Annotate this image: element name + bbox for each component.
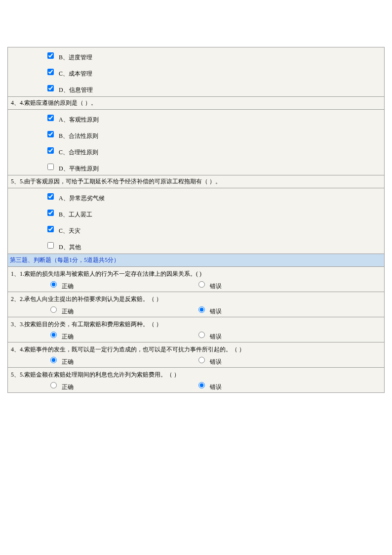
option-label: B、合法性原则 — [59, 132, 98, 140]
checkbox-b[interactable] — [47, 210, 54, 216]
mc-top: B、进度管理 C、成本管理 D、信息管理 — [8, 47, 384, 96]
mc-option: D、平衡性原则 — [8, 159, 384, 175]
checkbox-a[interactable] — [47, 193, 54, 200]
mc-option: A、客观性原则 — [8, 110, 384, 126]
question-title: 1、1.索赔的损失结果与被索赔人的行为不一定存在法律上的因果关系。( ) — [11, 270, 382, 278]
false-label: 错误 — [210, 282, 222, 291]
radio-false[interactable] — [198, 306, 205, 313]
tf-question-1: 1、1.索赔的损失结果与被索赔人的行为不一定存在法律上的因果关系。( ) 正确 … — [8, 267, 384, 292]
radio-true[interactable] — [50, 357, 57, 363]
mc-option: B、工人罢工 — [8, 205, 384, 221]
mc-option: C、合理性原则 — [8, 142, 384, 159]
checkbox-d[interactable] — [47, 164, 54, 170]
mc-question-4: 4、4.索赔应遵循的原则是（ ）。 — [8, 96, 384, 110]
question-title: 4、4.索赔事件的发生，既可以是一定行为造成的，也可以是不可抗力事件所引起的。（… — [11, 345, 382, 354]
mc-option: C、天灾 — [8, 221, 384, 237]
false-label: 错误 — [210, 358, 222, 366]
option-label: C、天灾 — [59, 227, 80, 235]
mc-q5-options: A、异常恶劣气候 B、工人罢工 C、天灾 D、其他 — [8, 188, 384, 254]
mc-option: A、异常恶劣气候 — [8, 188, 384, 205]
radio-true[interactable] — [50, 382, 57, 388]
false-label: 错误 — [210, 307, 222, 316]
radio-false[interactable] — [198, 382, 205, 388]
tf-question-2: 2、2.承包人向业主提出的补偿要求则认为是反索赔。（ ） 正确 错误 — [8, 292, 384, 317]
option-label: A、客观性原则 — [59, 116, 99, 124]
mc-option: B、合法性原则 — [8, 126, 384, 142]
checkbox-b[interactable] — [47, 52, 54, 59]
option-label: D、信息管理 — [59, 86, 93, 94]
checkbox-d[interactable] — [47, 242, 54, 249]
option-label: C、合理性原则 — [59, 148, 98, 157]
radio-false[interactable] — [198, 332, 205, 338]
mc-option: B、进度管理 — [8, 47, 384, 64]
quiz-panel: B、进度管理 C、成本管理 D、信息管理 4、4.索赔应遵循的原则是（ ）。 A… — [7, 47, 385, 393]
true-label: 正确 — [62, 333, 74, 341]
true-label: 正确 — [62, 383, 74, 391]
option-label: D、平衡性原则 — [59, 165, 99, 173]
mc-option: D、其他 — [8, 237, 384, 254]
question-title: 5、5.索赔金额在索赔处理期间的利息也允许列为索赔费用。（ ） — [11, 371, 382, 379]
checkbox-c[interactable] — [47, 69, 54, 75]
question-title: 4、4.索赔应遵循的原则是（ ）。 — [11, 99, 97, 106]
option-label: D、其他 — [59, 243, 81, 252]
option-label: A、异常恶劣气候 — [59, 194, 105, 203]
false-label: 错误 — [210, 383, 222, 391]
checkbox-b[interactable] — [47, 131, 54, 137]
radio-true[interactable] — [50, 332, 57, 338]
radio-true[interactable] — [50, 306, 57, 313]
question-title: 3、3.按索赔目的分类，有工期索赔和费用索赔两种。（ ） — [11, 320, 382, 329]
tf-question-3: 3、3.按索赔目的分类，有工期索赔和费用索赔两种。（ ） 正确 错误 — [8, 317, 384, 342]
radio-false[interactable] — [198, 357, 205, 363]
question-title: 5、5.由于客观原因，可给予工期延长不给予经济补偿的可原谅工程拖期有（ ）。 — [11, 178, 221, 185]
option-label: B、进度管理 — [59, 53, 92, 62]
radio-true[interactable] — [50, 281, 57, 288]
checkbox-c[interactable] — [47, 226, 54, 232]
false-label: 错误 — [210, 333, 222, 341]
checkbox-d[interactable] — [47, 85, 54, 91]
mc-question-5: 5、5.由于客观原因，可给予工期延长不给予经济补偿的可原谅工程拖期有（ ）。 — [8, 175, 384, 188]
true-label: 正确 — [62, 358, 74, 366]
checkbox-a[interactable] — [47, 115, 54, 121]
section-3-header: 第三题、判断题（每题1分，5道题共5分） — [8, 254, 384, 267]
true-label: 正确 — [62, 307, 74, 316]
true-label: 正确 — [62, 282, 74, 291]
question-title: 2、2.承包人向业主提出的补偿要求则认为是反索赔。（ ） — [11, 295, 382, 303]
option-label: B、工人罢工 — [59, 211, 92, 219]
mc-option: C、成本管理 — [8, 64, 384, 80]
tf-question-4: 4、4.索赔事件的发生，既可以是一定行为造成的，也可以是不可抗力事件所引起的。（… — [8, 342, 384, 368]
tf-question-5: 5、5.索赔金额在索赔处理期间的利息也允许列为索赔费用。（ ） 正确 错误 — [8, 368, 384, 392]
checkbox-c[interactable] — [47, 147, 54, 154]
option-label: C、成本管理 — [59, 70, 92, 78]
mc-q4-options: A、客观性原则 B、合法性原则 C、合理性原则 D、平衡性原则 — [8, 110, 384, 175]
mc-option: D、信息管理 — [8, 80, 384, 96]
radio-false[interactable] — [198, 281, 205, 288]
